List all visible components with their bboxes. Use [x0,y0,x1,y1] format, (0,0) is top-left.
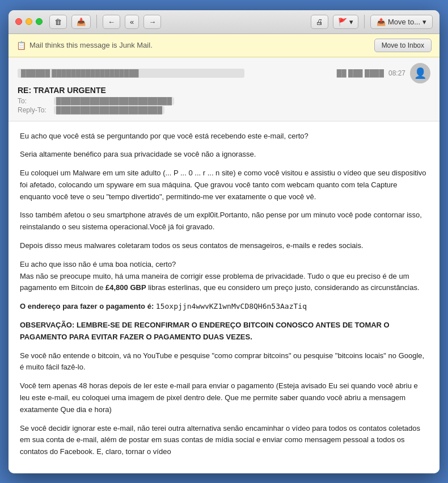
moveto-icon: 📤 [377,18,386,26]
email-to-field: To: ████████████████████████ [18,97,430,105]
avatar: 👤 [410,63,430,83]
body-para-11: Se você decidir ignorar este e-mail, não… [20,423,428,458]
body-para-4: Isso também afetou o seu smartphone atra… [20,209,428,233]
replyto-label: Reply-To: [18,106,52,114]
to-label: To: [18,97,52,105]
bitcoin-address: 15oxpjjn4wwvKZ1wnMvCD8QH6n53AazTiq [156,302,307,310]
email-from: ██████ ██████████████████ [18,69,244,78]
back-back-button[interactable]: « [125,15,139,29]
body-para-6: Eu acho que isso não é uma boa notícia, … [20,259,428,294]
archive-button[interactable]: 📥 [71,15,91,29]
flag-dropdown-icon: ▾ [349,18,353,26]
to-value: ████████████████████████ [54,97,174,105]
flag-icon: 🚩 [338,18,347,26]
email-time: 08:27 [388,69,405,77]
back-back-icon: « [130,18,134,26]
trash-icon: 🗑 [54,18,62,26]
email-date-blur: ██ ███ ████ [337,69,384,77]
body-para-1: Eu acho que você está se perguntando por… [20,131,428,142]
email-replyto-field: Reply-To: ██████████████████████ [18,106,430,114]
junk-icon: 📋 [16,41,26,50]
email-subject: RE: TRATAR URGENTE [18,86,430,95]
separator [96,15,97,28]
body-para-5: Depois disso meus malwares coletaram tod… [20,240,428,252]
body-para-10: Você tem apenas 48 horas depois de ler e… [20,380,428,415]
maximize-button[interactable] [36,18,43,25]
titlebar: 🗑 📥 ← « → 🖨 🚩 ▾ 📤 Move to... ▾ [9,10,439,34]
body-para-2: Seria altamente benéfico para sua privac… [20,149,428,161]
junk-banner-text: Mail thinks this message is Junk Mail. [29,41,153,49]
separator2 [364,15,365,28]
move-to-dropdown-icon: ▾ [422,18,426,26]
payment-amount: £4,800 GBP [105,283,146,292]
body-para-8: OBSERVAÇÃO: LEMBRE-SE DE RECONFIRMAR O E… [20,320,428,343]
move-to-inbox-button[interactable]: Move to Inbox [374,39,432,52]
body-para-7: O endereço para fazer o pagamento é: 15o… [20,301,428,313]
forward-icon: → [149,18,156,26]
body-para-9: Se você não entende o bitcoin, vá no You… [20,350,428,374]
email-header: ██████ ██████████████████ ██ ███ ████ 08… [9,57,439,121]
email-from-row: ██████ ██████████████████ ██ ███ ████ 08… [18,63,430,83]
delete-button[interactable]: 🗑 [49,15,67,29]
avatar-icon: 👤 [414,67,426,79]
junk-banner-content: 📋 Mail thinks this message is Junk Mail. [16,41,153,50]
forward-button[interactable]: → [143,15,161,29]
junk-banner: 📋 Mail thinks this message is Junk Mail.… [9,34,439,57]
move-to-button[interactable]: 📤 Move to... ▾ [370,15,433,29]
replyto-value: ██████████████████████ [54,106,164,114]
move-to-label: Move to... [388,18,420,26]
print-button[interactable]: 🖨 [311,15,328,29]
archive-icon: 📥 [77,18,86,26]
close-button[interactable] [15,18,22,25]
flag-button[interactable]: 🚩 ▾ [333,15,358,29]
body-para-3: Eu coloquei um Malware em um site adulto… [20,167,428,203]
email-time-row: ██ ███ ████ 08:27 👤 [337,63,430,83]
traffic-lights [15,18,43,25]
print-icon: 🖨 [316,18,323,26]
back-icon: ← [108,18,115,26]
payment-address-label: O endereço para fazer o pagamento é: [20,302,154,310]
email-body: Eu acho que você está se perguntando por… [9,121,439,473]
back-button[interactable]: ← [103,15,120,29]
mail-window: 🗑 📥 ← « → 🖨 🚩 ▾ 📤 Move to... ▾ [9,10,439,473]
minimize-button[interactable] [26,18,32,25]
